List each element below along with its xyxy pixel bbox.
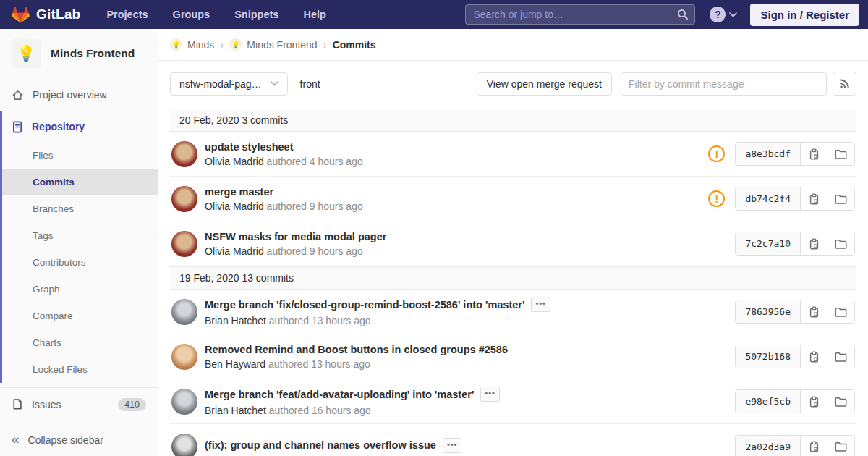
commit-title-link[interactable]: NSFW masks for media modal pager — [205, 231, 386, 242]
commit-author-link[interactable]: Brian Hatchet — [205, 405, 266, 416]
browse-files-button[interactable] — [827, 345, 854, 368]
sidebar-section-repository: Repository FilesCommitsBranchesTagsContr… — [0, 111, 158, 383]
commit-sha-link[interactable]: e98ef5cb — [736, 390, 801, 413]
navbar-item-snippets[interactable]: Snippets — [234, 9, 278, 20]
commit-sha-group: e98ef5cb — [735, 389, 855, 413]
search-input[interactable] — [465, 4, 695, 25]
branch-selector-dropdown[interactable]: nsfw-modal-pag… — [170, 72, 288, 96]
commit-title-link[interactable]: Merge branch 'feat/add-avatar-uploading'… — [205, 389, 474, 400]
commit-sha-link[interactable]: 2a02d3a9 — [736, 436, 801, 456]
navbar-item-groups[interactable]: Groups — [173, 9, 210, 20]
commit-title-link[interactable]: Merge branch 'fix/closed-group-remind-bo… — [205, 299, 524, 311]
commit-time: authored 13 hours ago — [268, 358, 370, 370]
toggle-commit-description-button[interactable]: ••• — [443, 438, 462, 453]
sidebar-item-label: Issues — [32, 399, 61, 410]
author-avatar[interactable] — [171, 389, 197, 415]
clipboard-icon — [809, 193, 820, 205]
breadcrumb-link[interactable]: 💡Minds — [170, 38, 214, 51]
commit-sha-link[interactable]: db74c2f4 — [736, 187, 801, 210]
commit-meta: Olivia Madrid authored 4 hours ago — [205, 156, 708, 167]
sidebar-item-branches[interactable]: Branches — [2, 195, 158, 222]
collapse-sidebar-label: Collapse sidebar — [28, 434, 103, 446]
project-context-header[interactable]: 💡 Minds Frontend — [0, 29, 158, 80]
commit-author-link[interactable]: Olivia Madrid — [205, 200, 264, 212]
author-avatar[interactable] — [171, 231, 197, 257]
copy-sha-button[interactable] — [801, 390, 827, 413]
collapse-sidebar-button[interactable]: « Collapse sidebar — [0, 423, 158, 456]
commit-sha-link[interactable]: a8e3bcdf — [736, 143, 801, 165]
breadcrumb: 💡Minds›💡Minds Frontend›Commits — [158, 29, 868, 61]
toggle-commit-description-button[interactable]: ••• — [480, 387, 500, 402]
sign-in-register-button[interactable]: Sign in / Register — [750, 4, 859, 26]
help-menu[interactable]: ? — [710, 7, 737, 22]
sidebar-item-compare[interactable]: Compare — [2, 303, 158, 329]
brand-text: GitLab — [36, 7, 80, 22]
commit-sha-link[interactable]: 7863956e — [736, 300, 801, 323]
copy-sha-button[interactable] — [801, 143, 827, 165]
author-avatar[interactable] — [171, 299, 197, 325]
commit-row: update stylesheet ••• Olivia Madrid auth… — [170, 132, 856, 177]
folder-icon — [835, 307, 847, 317]
commit-sha-link[interactable]: 5072b168 — [736, 345, 801, 368]
browse-files-button[interactable] — [827, 390, 854, 413]
pipeline-warning-icon[interactable]: ! — [708, 145, 725, 162]
sidebar-item-project-overview[interactable]: Project overview — [0, 80, 158, 110]
breadcrumb-link[interactable]: 💡Minds Frontend — [229, 38, 317, 51]
commit-filter-input[interactable] — [621, 72, 827, 96]
sidebar-item-graph[interactable]: Graph — [2, 276, 158, 303]
sidebar-item-commits[interactable]: Commits — [2, 169, 158, 195]
browse-files-button[interactable] — [827, 187, 854, 210]
commit-meta: Ben Hayward authored 13 hours ago — [205, 358, 735, 370]
commit-author-link[interactable]: Brian Hatchet — [205, 315, 266, 326]
commit-title-link[interactable]: merge master — [205, 186, 273, 198]
folder-icon — [835, 397, 847, 407]
copy-sha-button[interactable] — [801, 345, 827, 368]
help-icon: ? — [710, 7, 726, 22]
clipboard-icon — [809, 441, 820, 452]
author-avatar[interactable] — [171, 141, 197, 167]
commit-title-link[interactable]: Removed Remind and Boost buttons in clos… — [205, 344, 508, 355]
sidebar-item-locked-files[interactable]: Locked Files — [2, 356, 158, 383]
browse-files-button[interactable] — [827, 232, 854, 255]
sidebar-item-issues[interactable]: Issues 410 — [0, 387, 158, 421]
sidebar-item-charts[interactable]: Charts — [2, 329, 158, 356]
commit-date-header: 20 Feb, 2020 3 commits — [170, 109, 856, 132]
browse-files-button[interactable] — [827, 436, 854, 456]
commit-row: Merge branch 'fix/closed-group-remind-bo… — [170, 290, 856, 334]
author-avatar[interactable] — [171, 344, 197, 370]
navbar-item-projects[interactable]: Projects — [106, 9, 148, 20]
commit-title-link[interactable]: (fix): group and channel names overflow … — [205, 439, 436, 451]
pipeline-warning-icon[interactable]: ! — [708, 190, 725, 207]
branch-selector-value: nsfw-modal-pag… — [179, 78, 262, 90]
search-icon[interactable] — [677, 9, 689, 20]
copy-sha-button[interactable] — [801, 300, 827, 323]
commit-sha-link[interactable]: 7c2c7a10 — [736, 232, 801, 255]
commit-date-header: 19 Feb, 2020 13 commits — [170, 266, 856, 290]
commit-time: authored 4 hours ago — [267, 156, 363, 167]
commit-author-link[interactable]: Olivia Madrid — [205, 245, 264, 257]
commit-meta: Olivia Madrid authored 9 hours ago — [205, 245, 735, 257]
sidebar-item-repository[interactable]: Repository — [2, 111, 158, 142]
author-avatar[interactable] — [171, 434, 197, 456]
commit-author-link[interactable]: Ben Hayward — [205, 358, 265, 370]
sidebar-item-files[interactable]: Files — [2, 142, 158, 169]
commit-author-link[interactable]: Olivia Madrid — [205, 156, 264, 167]
navbar-item-help[interactable]: Help — [303, 9, 326, 20]
clipboard-icon — [809, 306, 820, 318]
rss-feed-button[interactable] — [833, 72, 856, 96]
toggle-commit-description-button[interactable]: ••• — [531, 297, 550, 312]
browse-files-button[interactable] — [827, 143, 854, 165]
copy-sha-button[interactable] — [801, 436, 827, 456]
author-avatar[interactable] — [171, 186, 197, 212]
commit-title-link[interactable]: update stylesheet — [205, 141, 294, 153]
clipboard-icon — [809, 238, 820, 250]
sidebar-item-contributors[interactable]: Contributors — [2, 249, 158, 276]
copy-sha-button[interactable] — [801, 187, 827, 210]
view-open-merge-request-button[interactable]: View open merge request — [477, 72, 612, 96]
commit-sha-group: 2a02d3a9 — [735, 435, 855, 456]
commit-sha-group: 5072b168 — [735, 345, 855, 368]
gitlab-logo[interactable]: GitLab — [12, 6, 80, 23]
copy-sha-button[interactable] — [801, 232, 827, 255]
browse-files-button[interactable] — [827, 300, 854, 323]
sidebar-item-tags[interactable]: Tags — [2, 222, 158, 249]
